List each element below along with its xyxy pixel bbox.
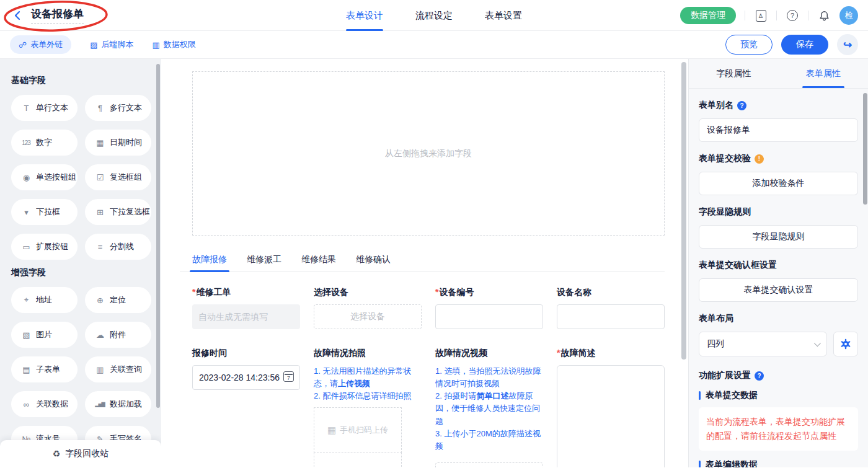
backend-script-button[interactable]: ▨ 后端脚本 <box>90 39 133 50</box>
divider <box>745 11 745 20</box>
help-icon[interactable]: ? <box>786 9 799 22</box>
device-no-input[interactable] <box>435 304 543 329</box>
field-visibility-label: 字段显隐规则 <box>699 206 751 218</box>
device-name-input[interactable] <box>557 304 665 329</box>
share-button[interactable]: ↪ <box>837 34 858 55</box>
field-item-single-line-text[interactable]: T单行文本 <box>11 95 78 121</box>
form-title[interactable]: 设备报修单 <box>31 7 84 24</box>
form-external-link-label: 表单外链 <box>30 39 63 50</box>
help-circle-icon[interactable]: ? <box>737 101 746 110</box>
field-item-label: 单选按钮组 <box>36 172 76 183</box>
required-mark: * <box>557 348 560 358</box>
divider <box>808 11 808 20</box>
form-canvas: 从左侧拖拽来添加字段 故障报修 维修派工 维修结果 维修确认 *维修工单 选择设… <box>161 59 688 467</box>
field-item-datetime[interactable]: ▦日期时间 <box>85 130 151 156</box>
tab-form-setting[interactable]: 表单设置 <box>485 0 522 31</box>
field-item-attachment[interactable]: ☁附件 <box>85 322 151 348</box>
field-item-data-load[interactable]: ▂▅▇数据加载 <box>85 391 151 417</box>
field-item-label: 关联查询 <box>110 364 142 375</box>
field-label: 选择设备 <box>314 287 348 297</box>
field-label: 故障情况视频 <box>435 348 487 358</box>
submit-confirm-label: 表单提交确认框设置 <box>699 260 777 271</box>
field-item-number[interactable]: 123数字 <box>11 130 78 156</box>
field-item-address[interactable]: ⌖地址 <box>11 287 78 313</box>
field-item-linked-query[interactable]: ▥关联查询 <box>85 356 151 382</box>
field-fault-desc: *故障简述 <box>557 348 665 467</box>
single-line-text-icon: T <box>21 104 31 113</box>
header-tabs: 表单设计 流程设定 表单设置 <box>346 0 522 31</box>
qr-scan-upload-button[interactable]: ▦ 手机扫码上传 <box>314 407 402 453</box>
field-item-label: 子表单 <box>36 364 60 375</box>
tab-repair-dispatch[interactable]: 维修派工 <box>247 249 281 272</box>
data-permission-button[interactable]: ▥ 数据权限 <box>152 39 195 50</box>
tab-repair-result[interactable]: 维修结果 <box>301 249 336 272</box>
field-item-subform[interactable]: ▤子表单 <box>11 356 78 382</box>
field-device-no: *设备编号 <box>435 287 543 329</box>
tab-flow-setting[interactable]: 流程设定 <box>415 0 453 31</box>
photo-upload-plus-button[interactable]: + <box>314 453 402 467</box>
data-manage-button[interactable]: 数据管理 <box>680 7 736 24</box>
field-visibility-button[interactable]: 字段显隐规则 <box>699 225 858 249</box>
fault-desc-textarea[interactable] <box>557 365 665 467</box>
form-alias-input[interactable] <box>699 118 858 142</box>
extend-button-icon: ▭ <box>21 242 31 252</box>
field-report-time: 报修时间 7 <box>192 348 300 390</box>
submit-confirm-button[interactable]: 表单提交确认设置 <box>699 278 858 302</box>
warning-circle-icon: ! <box>755 154 764 164</box>
work-order-input[interactable] <box>192 304 300 329</box>
permission-icon: ▥ <box>152 40 159 50</box>
tab-field-properties[interactable]: 字段属性 <box>689 59 779 88</box>
field-item-divider[interactable]: ≡分割线 <box>85 234 151 260</box>
layout-settings-button[interactable] <box>833 332 858 356</box>
dropzone[interactable]: 从左侧拖拽来添加字段 <box>192 71 665 236</box>
required-mark: * <box>435 287 438 297</box>
field-item-dropdown[interactable]: ▾下拉框 <box>11 199 78 225</box>
attachment-upload-button[interactable]: ☁ 点击或拖拽附件上传 <box>435 462 543 467</box>
field-item-linked-data[interactable]: ∞关联数据 <box>11 391 78 417</box>
form-external-link-button[interactable]: ☍ 表单外链 <box>10 35 71 54</box>
field-item-multi-dropdown[interactable]: ⊞下拉复选框 <box>85 199 151 225</box>
dropzone-hint: 从左侧拖拽来添加字段 <box>385 148 472 159</box>
gear-icon <box>839 338 852 350</box>
field-item-checkbox-group[interactable]: ☑复选框组 <box>85 164 151 190</box>
field-item-label: 数据加载 <box>110 399 142 410</box>
section-title-basic-fields: 基础字段 <box>11 75 151 86</box>
image-icon: ▧ <box>21 330 31 340</box>
calendar-icon[interactable]: 7 <box>283 371 294 382</box>
window-scrollbar[interactable] <box>863 93 867 205</box>
canvas-scrollbar[interactable] <box>681 62 686 360</box>
sidebar-scrollbar[interactable] <box>156 64 160 408</box>
field-item-image[interactable]: ▧图片 <box>11 322 78 348</box>
multi-dropdown-icon: ⊞ <box>95 208 105 217</box>
field-label: 故障简述 <box>560 348 595 358</box>
chevron-down-icon <box>814 340 821 347</box>
field-select-device: 选择设备 选择设备 <box>314 287 422 329</box>
tab-fault-report[interactable]: 故障报修 <box>192 249 227 272</box>
linked-data-icon: ∞ <box>21 400 31 409</box>
field-item-location[interactable]: ⊕定位 <box>85 287 151 313</box>
address-book-icon[interactable]: ♙ <box>754 9 768 22</box>
select-device-button[interactable]: 选择设备 <box>314 304 422 329</box>
help-circle-icon[interactable]: ? <box>755 371 764 381</box>
save-button[interactable]: 保存 <box>781 35 828 55</box>
field-label: 报修时间 <box>192 348 227 358</box>
edit-data-subsection: 表单编辑数据 <box>699 459 858 467</box>
field-item-multi-line-text[interactable]: ¶多行文本 <box>85 95 151 121</box>
back-icon[interactable] <box>11 9 25 22</box>
dropdown-icon: ▾ <box>21 208 31 217</box>
field-item-radio-group[interactable]: ◉单选按钮组 <box>11 164 78 190</box>
add-validation-button[interactable]: 添加校验条件 <box>699 172 858 195</box>
field-item-label: 定位 <box>110 294 126 306</box>
checkbox-icon: ☑ <box>95 173 105 182</box>
tab-repair-confirm[interactable]: 维修确认 <box>356 249 391 272</box>
tab-form-design[interactable]: 表单设计 <box>346 0 383 31</box>
field-item-label: 关联数据 <box>36 399 68 410</box>
field-recycle-bin[interactable]: ♻ 字段回收站 <box>0 440 161 467</box>
preview-button[interactable]: 预览 <box>725 35 773 55</box>
user-avatar[interactable]: 检 <box>839 6 858 25</box>
layout-select[interactable]: 四列 <box>699 332 827 356</box>
tab-form-properties[interactable]: 表单属性 <box>779 59 868 88</box>
layout-select-value: 四列 <box>707 338 724 350</box>
notification-bell-icon[interactable] <box>817 9 831 22</box>
field-item-extend-button[interactable]: ▭扩展按钮 <box>11 234 78 260</box>
